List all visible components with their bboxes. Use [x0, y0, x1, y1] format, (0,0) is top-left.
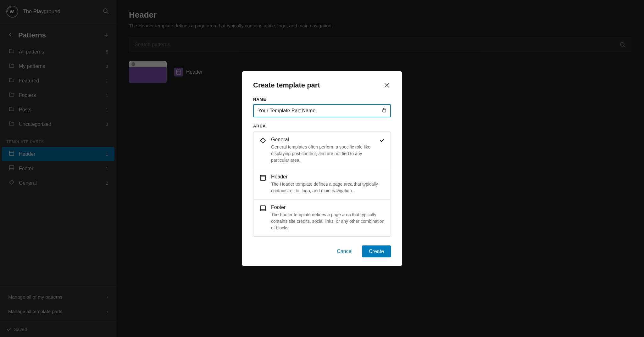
area-option-name: Footer	[271, 205, 385, 210]
area-field-label: AREA	[253, 124, 391, 128]
modal-header: Create template part	[253, 81, 391, 89]
area-option-text-general: General General templates often perform …	[271, 137, 376, 164]
modal-actions: Cancel Create	[253, 245, 391, 257]
area-option-name: General	[271, 137, 376, 143]
diamond-icon	[259, 138, 267, 145]
area-option-name: Header	[271, 174, 385, 180]
modal-overlay: Create template part NAME AREA	[0, 0, 644, 337]
area-option-text-header: Header The Header template defines a pag…	[271, 174, 385, 194]
name-input-wrapper	[253, 104, 391, 117]
modal-title: Create template part	[253, 81, 320, 89]
area-option-desc: The Header template defines a page area …	[271, 181, 385, 194]
check-icon	[379, 138, 385, 145]
svg-marker-17	[260, 138, 265, 143]
area-options: General General templates often perform …	[253, 132, 391, 237]
svg-rect-16	[383, 110, 386, 112]
svg-rect-20	[260, 206, 265, 211]
area-option-footer[interactable]: Footer The Footer template defines a pag…	[253, 199, 391, 236]
create-button[interactable]: Create	[362, 245, 391, 257]
name-field-label: NAME	[253, 97, 391, 102]
layout-bottom-icon	[259, 205, 267, 213]
name-input[interactable]	[253, 104, 391, 117]
create-template-part-modal: Create template part NAME AREA	[242, 71, 402, 266]
area-option-desc: General templates often perform a specif…	[271, 144, 376, 164]
area-option-desc: The Footer template defines a page area …	[271, 211, 385, 231]
modal-close-button[interactable]	[383, 81, 391, 89]
area-option-header[interactable]: Header The Header template defines a pag…	[253, 169, 391, 199]
layout-top-icon	[259, 175, 267, 183]
close-icon	[383, 82, 390, 89]
lock-icon	[381, 107, 387, 114]
svg-rect-18	[260, 175, 265, 180]
area-option-general[interactable]: General General templates often perform …	[253, 132, 391, 169]
cancel-button[interactable]: Cancel	[331, 245, 358, 257]
area-option-text-footer: Footer The Footer template defines a pag…	[271, 205, 385, 231]
